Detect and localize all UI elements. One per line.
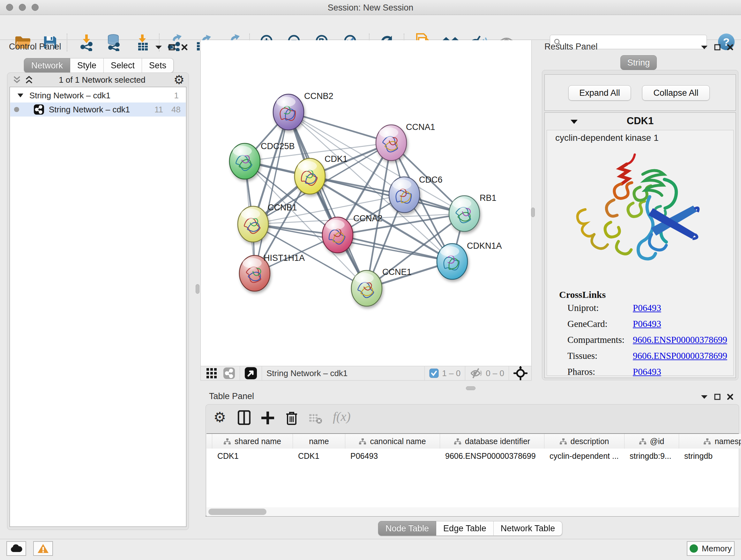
h-scrollbar-track[interactable] — [206, 507, 739, 516]
title-bar: Session: New Session — [0, 0, 741, 15]
import-table-icon[interactable] — [133, 33, 152, 52]
memory-label: Memory — [702, 544, 732, 554]
import-database-icon[interactable] — [104, 33, 123, 52]
tab-node-table[interactable]: Node Table — [378, 521, 436, 536]
network-canvas[interactable]: CCNB2CCNA1CDC25BCDK1CDC6RB1CCNB1CCNA2CDK… — [200, 40, 532, 366]
float-panel-icon[interactable] — [169, 44, 175, 51]
table-cell[interactable]: cyclin-dependent ... — [544, 449, 624, 462]
protein-structure-image — [566, 149, 703, 276]
cloud-status-button[interactable] — [6, 541, 26, 556]
open-in-window-icon[interactable] — [245, 367, 257, 380]
expand-all-button[interactable]: Expand All — [568, 85, 631, 101]
results-panel-title: Results Panel — [544, 42, 598, 52]
float-panel-icon[interactable] — [714, 44, 721, 51]
grid-view-icon[interactable] — [206, 368, 217, 379]
birdseye-view-icon[interactable] — [223, 367, 235, 379]
node-label-CCNA2: CCNA2 — [353, 213, 383, 223]
column-header-name[interactable]: name — [293, 434, 345, 449]
column-header-description[interactable]: description — [544, 434, 624, 449]
add-column-icon[interactable] — [261, 411, 275, 425]
tab-network-table[interactable]: Network Table — [494, 521, 562, 536]
column-header-database-identifier[interactable]: database identifier — [440, 434, 544, 449]
tab-edge-table[interactable]: Edge Table — [436, 521, 494, 536]
crosslink-value-link[interactable]: P06493 — [633, 303, 661, 313]
table-cell[interactable]: 9606.ENSP00000378699 — [440, 449, 544, 462]
collapse-all-button[interactable]: Collapse All — [642, 85, 710, 101]
table-options-gear-icon[interactable]: ⚙ — [213, 409, 226, 425]
network-node-CCNA1[interactable] — [376, 125, 407, 161]
delete-table-icon[interactable] — [309, 413, 323, 424]
entry-gene-name: CDK1 — [545, 115, 736, 127]
network-tree: String Network – cdk1 1 String Network –… — [10, 87, 186, 527]
table-cell[interactable]: P06493 — [345, 449, 440, 462]
float-panel-icon[interactable] — [714, 394, 721, 400]
column-source-icon — [224, 438, 231, 444]
node-label-CDC25B: CDC25B — [261, 141, 295, 151]
close-panel-icon[interactable] — [727, 44, 733, 51]
table-cell[interactable]: CDK1 — [293, 449, 345, 462]
tree-expand-icon[interactable] — [17, 93, 23, 98]
table-cell[interactable]: CDK1 — [212, 449, 293, 462]
network-node-CCNE1[interactable] — [351, 270, 382, 306]
crosslink-value-link[interactable]: P06493 — [633, 367, 661, 377]
network-node-CCNB2[interactable] — [273, 94, 304, 130]
network-node-CDC6[interactable] — [389, 177, 420, 212]
crosslink-label: Pharos: — [567, 367, 633, 377]
table-cell[interactable]: stringdb:9... — [624, 449, 679, 462]
crosslink-value-link[interactable]: 9606.ENSP00000378699 — [633, 334, 727, 345]
show-columns-icon[interactable] — [238, 410, 251, 425]
network-collection-row[interactable]: String Network – cdk1 1 — [10, 88, 186, 103]
crosslink-value-link[interactable]: P06493 — [633, 319, 661, 329]
crosslink-row: Compartments:9606.ENSP00000378699 — [567, 334, 730, 345]
import-network-icon[interactable] — [77, 33, 96, 52]
column-source-icon — [359, 438, 366, 444]
warning-status-button[interactable] — [33, 541, 53, 556]
network-node-CDK1[interactable] — [294, 159, 325, 194]
entry-content: cyclin-dependent kinase 1 — [547, 130, 734, 376]
network-node-CCNA2[interactable] — [322, 217, 353, 253]
network-node-RB1[interactable] — [449, 196, 480, 232]
tab-sets[interactable]: Sets — [142, 58, 174, 73]
h-scrollbar-thumb[interactable] — [208, 509, 266, 515]
right-splitter-grip[interactable] — [531, 207, 535, 217]
tab-string[interactable]: String — [620, 55, 657, 70]
crosslink-row: Uniprot:P06493 — [567, 303, 730, 313]
network-options-gear-icon[interactable]: ⚙ — [174, 73, 185, 87]
close-panel-icon[interactable] — [181, 44, 188, 51]
column-header--id[interactable]: @id — [624, 434, 679, 449]
crosslink-label: GeneCard: — [567, 319, 633, 329]
collapse-all-icon[interactable] — [12, 75, 22, 85]
apply-function-icon[interactable]: f(x) — [333, 409, 351, 424]
tab-network[interactable]: Network — [24, 58, 70, 73]
column-header-namespace[interactable]: namespace — [679, 434, 741, 449]
tab-style[interactable]: Style — [70, 58, 104, 73]
column-header-shared-name[interactable]: shared name — [212, 434, 293, 449]
close-panel-icon[interactable] — [727, 394, 733, 400]
panel-menu-icon[interactable] — [701, 395, 708, 399]
panel-menu-icon[interactable] — [155, 45, 162, 50]
crosslink-value-link[interactable]: 9606.ENSP00000378699 — [633, 351, 727, 361]
delete-column-trash-icon[interactable] — [286, 410, 298, 425]
network-edge-CCNA2-CDKN1A[interactable] — [338, 235, 452, 261]
main-toolbar: ? — [0, 15, 741, 40]
window-title: Session: New Session — [0, 3, 741, 13]
table-cell[interactable]: stringdb — [679, 449, 741, 462]
left-splitter-grip[interactable] — [196, 284, 199, 294]
network-node-CDC25B[interactable] — [229, 143, 260, 179]
expand-all-icon[interactable] — [24, 75, 34, 85]
bottom-splitter-grip[interactable] — [466, 386, 475, 390]
crosslink-row: Pharos:P06493 — [567, 367, 730, 377]
tab-select[interactable]: Select — [104, 58, 142, 73]
hidden-eye-icon[interactable] — [470, 368, 483, 379]
crosslink-row: Tissues:9606.ENSP00000378699 — [567, 351, 730, 361]
network-row-label: String Network – cdk1 — [49, 105, 130, 115]
network-node-CCNB1[interactable] — [238, 206, 268, 242]
network-edge-CCNB2-CCNA1[interactable] — [288, 112, 391, 143]
network-node-CDKN1A[interactable] — [437, 244, 468, 279]
column-header-canonical-name[interactable]: canonical name — [345, 434, 440, 449]
network-row-selected[interactable]: String Network – cdk1 11 48 — [10, 103, 186, 117]
memory-button[interactable]: Memory — [687, 541, 735, 556]
panel-menu-icon[interactable] — [701, 45, 708, 50]
selected-checkbox-icon[interactable] — [429, 368, 439, 378]
navigate-crosshair-icon[interactable] — [514, 366, 528, 380]
